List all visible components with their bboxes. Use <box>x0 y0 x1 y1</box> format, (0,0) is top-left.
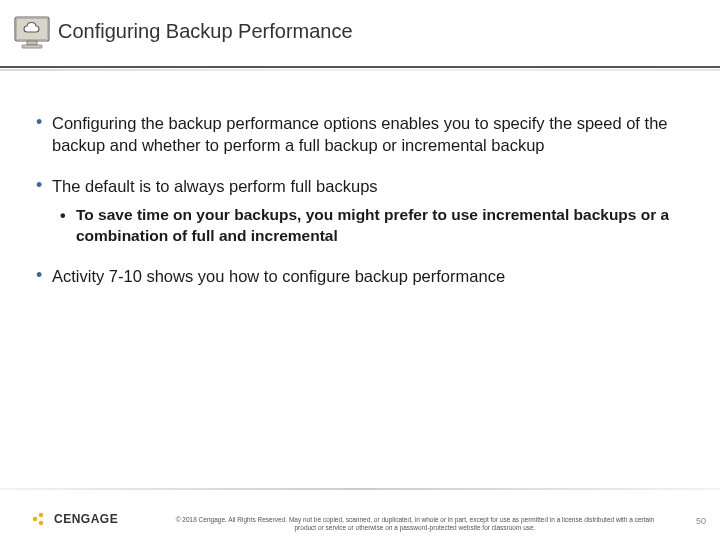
svg-point-6 <box>39 521 43 525</box>
bullet-item: Configuring the backup performance optio… <box>36 112 680 157</box>
bullet-list: Configuring the backup performance optio… <box>36 112 680 287</box>
footer-divider <box>0 488 720 490</box>
page-number: 50 <box>696 516 706 526</box>
svg-point-5 <box>39 513 43 517</box>
svg-rect-3 <box>22 45 42 48</box>
sub-bullet-item: To save time on your backups, you might … <box>52 205 680 247</box>
slide-header: Configuring Backup Performance <box>0 0 720 68</box>
brand-block: CENGAGE <box>30 510 118 528</box>
sub-bullet-text: To save time on your backups, you might … <box>76 206 669 244</box>
brand-name: CENGAGE <box>54 512 118 526</box>
svg-rect-2 <box>27 41 37 45</box>
slide-title: Configuring Backup Performance <box>58 20 720 43</box>
bullet-text: Configuring the backup performance optio… <box>52 114 667 154</box>
bullet-text: The default is to always perform full ba… <box>52 177 378 195</box>
cloud-monitor-icon <box>12 14 52 54</box>
bullet-text: Activity 7-10 shows you how to configure… <box>52 267 505 285</box>
copyright-text: © 2018 Cengage. All Rights Reserved. May… <box>170 516 660 532</box>
svg-point-4 <box>33 517 37 521</box>
slide-content: Configuring the backup performance optio… <box>0 68 720 287</box>
sub-bullet-list: To save time on your backups, you might … <box>52 205 680 247</box>
bullet-item: Activity 7-10 shows you how to configure… <box>36 265 680 287</box>
slide-footer: CENGAGE © 2018 Cengage. All Rights Reser… <box>0 488 720 540</box>
bullet-item: The default is to always perform full ba… <box>36 175 680 247</box>
cengage-logo-icon <box>30 510 48 528</box>
